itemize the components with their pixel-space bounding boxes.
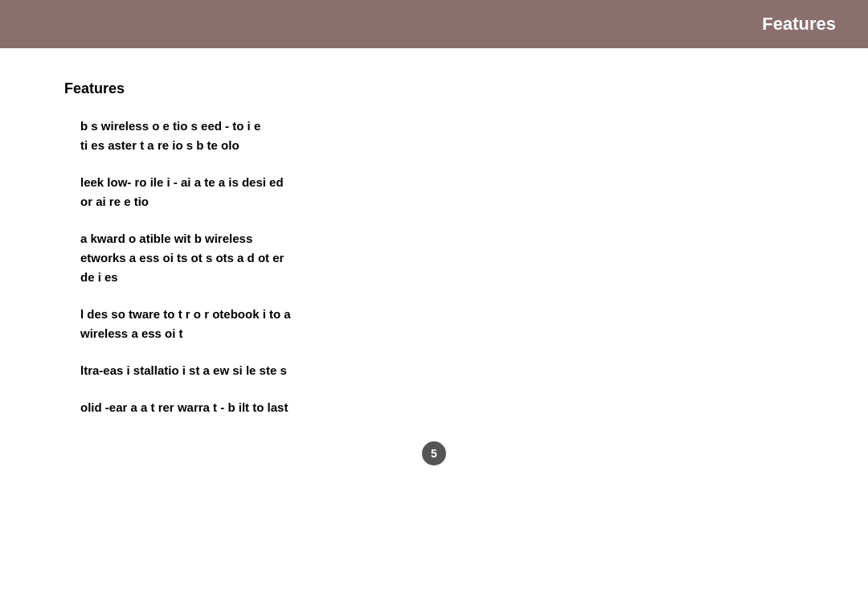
feature-item-5: ltra-eas i stallatio i st a ew si le ste… (64, 361, 804, 380)
page-number-container: 5 (64, 441, 804, 466)
feature-item-3: a kward o atible wit b wireless etworks … (64, 229, 804, 287)
page-number: 5 (422, 441, 446, 466)
feature-item-6: olid -ear a a t rer warra t - b ilt to l… (64, 398, 804, 417)
feature-text-2: leek low- ro ile i - ai a te a is desi e… (80, 173, 804, 211)
feature-text-6: olid -ear a a t rer warra t - b ilt to l… (80, 398, 804, 417)
feature-text-1: b s wireless o e tio s eed - to i e ti e… (80, 117, 804, 155)
feature-text-4: l des so tware to t r o r otebook i to a… (80, 305, 804, 343)
header-title: Features (762, 14, 836, 35)
feature-item-2: leek low- ro ile i - ai a te a is desi e… (64, 173, 804, 211)
header-bar: Features (0, 0, 868, 48)
feature-text-5: ltra-eas i stallatio i st a ew si le ste… (80, 361, 804, 380)
feature-item-4: l des so tware to t r o r otebook i to a… (64, 305, 804, 343)
main-content: Features b s wireless o e tio s eed - to… (0, 48, 868, 498)
feature-item-1: b s wireless o e tio s eed - to i e ti e… (64, 117, 804, 155)
feature-text-3: a kward o atible wit b wireless etworks … (80, 229, 804, 287)
section-title: Features (64, 80, 804, 97)
